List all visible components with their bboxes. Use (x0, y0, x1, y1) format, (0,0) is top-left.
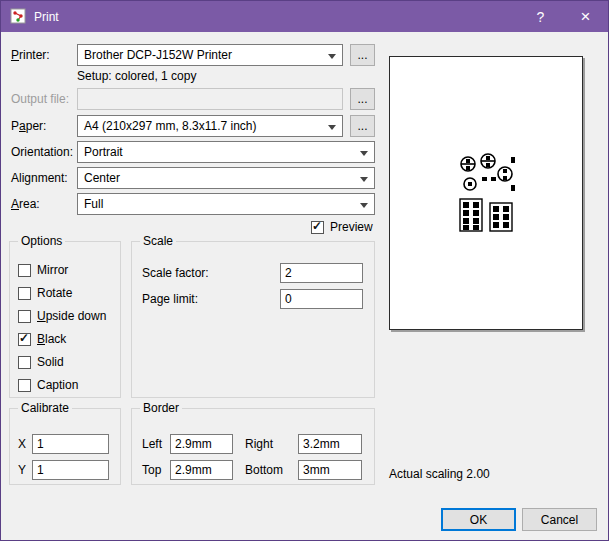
output-file-input (77, 88, 343, 110)
area-label: Area: (11, 197, 40, 211)
alignment-label: Alignment: (11, 171, 68, 185)
printer-browse-button[interactable]: ... (350, 44, 375, 66)
upside-down-checkbox[interactable] (18, 310, 31, 323)
black-label: Black (37, 332, 66, 346)
pcb-preview-image (456, 153, 518, 235)
border-group: Border Left Right Top Bottom (131, 408, 375, 485)
border-left-input[interactable] (170, 434, 233, 454)
actual-scaling-text: Actual scaling 2.00 (389, 467, 490, 481)
printer-combo[interactable]: Brother DCP-J152W Printer (77, 44, 343, 66)
output-file-browse-button[interactable]: ... (350, 88, 375, 110)
scale-group: Scale Scale factor: Page limit: (131, 241, 375, 398)
printer-label: Printer: (11, 48, 50, 62)
alignment-combo-value: Center (84, 171, 120, 185)
border-left-label: Left (142, 437, 162, 451)
paper-label: Paper: (11, 119, 46, 133)
page-limit-input[interactable] (280, 289, 363, 309)
options-group-title: Options (18, 234, 65, 248)
rotate-label: Rotate (37, 286, 72, 300)
mirror-checkbox[interactable] (18, 264, 31, 277)
area-combo[interactable]: Full (77, 193, 375, 215)
preview-checkbox-row[interactable]: Preview (311, 219, 373, 235)
mirror-label: Mirror (37, 263, 68, 277)
page-limit-label: Page limit: (142, 292, 198, 306)
output-file-label: Output file: (11, 92, 69, 106)
scale-factor-input[interactable] (280, 263, 363, 283)
solid-checkbox[interactable] (18, 356, 31, 369)
chevron-down-icon (360, 203, 368, 212)
calibrate-group: Calibrate X Y (9, 408, 121, 485)
help-button[interactable]: ? (518, 1, 563, 32)
printer-setup-text: Setup: colored, 1 copy (77, 69, 196, 83)
chevron-down-icon (360, 177, 368, 186)
paper-combo[interactable]: A4 (210x297 mm, 8.3x11.7 inch) (77, 115, 343, 137)
alignment-combo[interactable]: Center (77, 167, 375, 189)
app-icon[interactable] (10, 8, 26, 24)
caption-label: Caption (37, 378, 78, 392)
ok-button[interactable]: OK (441, 508, 516, 531)
printer-combo-value: Brother DCP-J152W Printer (84, 48, 232, 62)
close-button[interactable]: × (563, 1, 608, 32)
options-group: Options Mirror Rotate Upside down Black … (9, 241, 121, 398)
option-black[interactable]: Black (18, 331, 66, 347)
option-upside-down[interactable]: Upside down (18, 308, 106, 324)
print-preview-page (389, 56, 583, 330)
option-solid[interactable]: Solid (18, 354, 64, 370)
border-group-title: Border (140, 401, 182, 415)
calibrate-y-label: Y (18, 463, 26, 477)
print-dialog: Print ? × Printer: Brother DCP-J152W Pri… (0, 0, 609, 541)
border-right-input[interactable] (298, 434, 362, 454)
upside-down-label: Upside down (37, 309, 106, 323)
preview-checkbox-label: Preview (330, 220, 373, 234)
caption-checkbox[interactable] (18, 379, 31, 392)
option-mirror[interactable]: Mirror (18, 262, 68, 278)
area-combo-value: Full (84, 197, 103, 211)
window-title: Print (34, 10, 59, 24)
preview-checkbox[interactable] (311, 221, 324, 234)
solid-label: Solid (37, 355, 64, 369)
border-top-input[interactable] (170, 460, 233, 480)
chevron-down-icon (328, 125, 336, 134)
paper-combo-value: A4 (210x297 mm, 8.3x11.7 inch) (84, 119, 257, 133)
scale-group-title: Scale (140, 234, 176, 248)
option-rotate[interactable]: Rotate (18, 285, 72, 301)
border-top-label: Top (142, 463, 161, 477)
cancel-button[interactable]: Cancel (522, 508, 597, 531)
chevron-down-icon (360, 151, 368, 160)
rotate-checkbox[interactable] (18, 287, 31, 300)
orientation-label: Orientation: (11, 145, 73, 159)
border-bottom-input[interactable] (298, 460, 362, 480)
black-checkbox[interactable] (18, 333, 31, 346)
scale-factor-label: Scale factor: (142, 266, 209, 280)
calibrate-group-title: Calibrate (18, 401, 72, 415)
chevron-down-icon (328, 54, 336, 63)
border-right-label: Right (245, 437, 273, 451)
orientation-combo[interactable]: Portrait (77, 141, 375, 163)
calibrate-x-input[interactable] (32, 434, 109, 454)
border-bottom-label: Bottom (245, 463, 283, 477)
titlebar: Print ? × (1, 1, 608, 32)
calibrate-x-label: X (18, 437, 26, 451)
orientation-combo-value: Portrait (84, 145, 123, 159)
paper-browse-button[interactable]: ... (350, 115, 375, 137)
calibrate-y-input[interactable] (32, 460, 109, 480)
option-caption[interactable]: Caption (18, 377, 78, 393)
